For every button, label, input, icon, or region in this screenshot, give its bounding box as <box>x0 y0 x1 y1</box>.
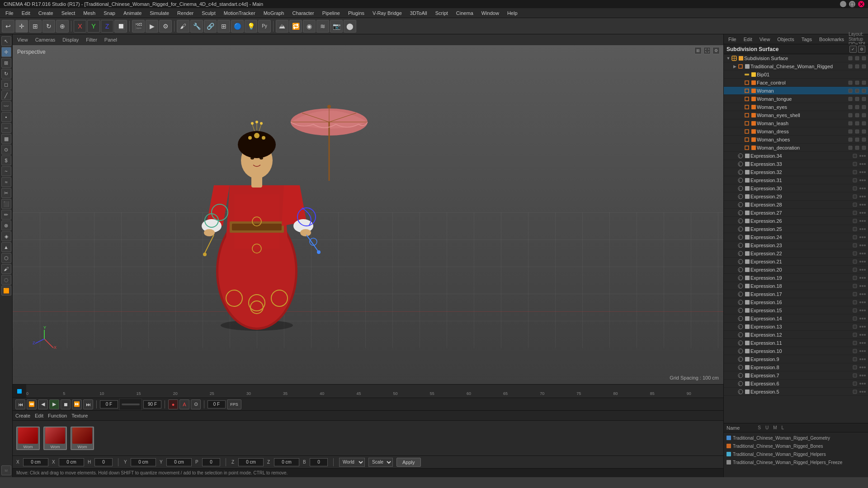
obj-tree-row[interactable]: ∫Expression.26 <box>724 217 868 225</box>
menu-item-script[interactable]: Script <box>432 9 452 17</box>
name-list-row[interactable]: Traditional_Chinese_Woman_Rigged_Geometr… <box>726 434 866 441</box>
x-axis-button[interactable]: X <box>74 20 86 33</box>
menu-item-render[interactable]: Render <box>174 9 197 17</box>
obj-ctrl-dot[interactable] <box>861 128 867 135</box>
obj-ctrl-dot[interactable] <box>861 80 867 86</box>
expr-ctrl[interactable] <box>852 250 858 257</box>
weld-btn[interactable]: ⊗ <box>1 221 11 230</box>
menu-item-character[interactable]: Character <box>288 9 317 17</box>
face-tool[interactable]: ▦ <box>1 134 11 144</box>
expr-ctrl[interactable] <box>852 202 858 208</box>
close-button[interactable]: ✕ <box>858 1 864 7</box>
obj-ctrl-dot[interactable] <box>861 88 867 94</box>
obj-tree-row[interactable]: Woman_shoes <box>724 136 868 144</box>
object-tree[interactable]: ▼Subdivision Surface▶Traditional_Chinese… <box>724 54 868 423</box>
vp-filter-menu[interactable]: Filter <box>83 36 99 43</box>
expr-ctrl[interactable] <box>852 169 858 175</box>
render-button[interactable]: 🎬 <box>132 20 145 33</box>
obj-tree-row[interactable]: ∫Expression.16 <box>724 298 868 306</box>
obj-ctrl-dot[interactable] <box>847 96 854 102</box>
material-item-1[interactable]: Wom <box>43 427 67 450</box>
prev-frame-btn[interactable]: ⏪ <box>27 399 37 409</box>
expr-ctrl[interactable] <box>852 324 858 330</box>
obj-tree-row[interactable]: ∫Expression.32 <box>724 168 868 176</box>
viewport[interactable]: Perspective ⊞ ⛶ ⚙ X Y Z <box>13 45 723 384</box>
obj-tree-row[interactable]: Woman_dress <box>724 127 868 136</box>
rotate-left-tool[interactable]: ↻ <box>1 69 11 79</box>
first-frame-btn[interactable]: ⏮ <box>15 399 25 409</box>
expr-ctrl[interactable] <box>852 218 858 224</box>
obj-tree-row[interactable]: Woman_eyes <box>724 103 868 111</box>
obj-tree-row[interactable]: ∫Expression.14 <box>724 314 868 323</box>
expr-ctrl[interactable] <box>852 210 858 216</box>
obj-ctrl-dot[interactable] <box>854 80 860 86</box>
deformer-button[interactable]: ≋ <box>316 20 329 33</box>
rp-view-menu[interactable]: View <box>757 36 773 43</box>
obj-ctrl-dot[interactable] <box>847 112 854 118</box>
play-reverse-btn[interactable]: ◀ <box>38 399 48 409</box>
obj-tree-row[interactable]: ∫Expression.34 <box>724 152 868 160</box>
obj-ctrl-dot[interactable] <box>854 71 860 78</box>
y-axis-button[interactable]: Y <box>87 20 100 33</box>
extrude-btn[interactable]: ▲ <box>1 242 11 252</box>
menu-item-create[interactable]: Create <box>35 9 57 17</box>
rp-objects-menu[interactable]: Objects <box>774 36 797 43</box>
frame-slider[interactable] <box>119 399 142 410</box>
snap-button[interactable]: 🔗 <box>204 20 217 33</box>
mat-texture-menu[interactable]: Texture <box>71 413 88 418</box>
vp-cameras-menu[interactable]: Cameras <box>33 36 58 43</box>
menu-item-snap[interactable]: Snap <box>100 9 119 17</box>
key-btn[interactable]: ⊙ <box>191 399 201 409</box>
expr-ctrl[interactable] <box>852 185 858 192</box>
menu-item-v-ray-bridge[interactable]: V-Ray Bridge <box>369 9 406 17</box>
obj-tree-row[interactable]: ∫Expression.10 <box>724 347 868 355</box>
terrain-button[interactable]: ⛰ <box>276 20 288 33</box>
expr-ctrl[interactable] <box>852 291 858 297</box>
sphere-button[interactable]: ⬤ <box>344 20 356 33</box>
menu-item-animate[interactable]: Animate <box>120 9 145 17</box>
obj-ctrl-dot[interactable] <box>847 128 854 135</box>
obj-tree-row[interactable]: ∫Expression.13 <box>724 323 868 331</box>
obj-tree-arrow[interactable]: ▼ <box>726 56 731 61</box>
obj-header-check-btn[interactable]: ✓ <box>849 46 857 53</box>
last-frame-btn[interactable]: ⏭ <box>83 399 93 409</box>
obj-header-settings-btn[interactable]: ⚙ <box>858 46 865 53</box>
obj-tree-row[interactable]: Woman_tongue <box>724 95 868 103</box>
move-tool-button[interactable]: ✛ <box>15 20 28 33</box>
obj-ctrl-dot[interactable] <box>861 55 867 61</box>
obj-ctrl-dot[interactable] <box>861 112 867 118</box>
obj-tree-row[interactable]: ∫Expression.11 <box>724 339 868 347</box>
end-frame-field[interactable] <box>143 400 161 408</box>
obj-ctrl-dot[interactable] <box>847 71 854 78</box>
obj-tree-row[interactable]: ∫Expression.17 <box>724 290 868 298</box>
mat-edit-menu[interactable]: Edit <box>35 413 43 418</box>
x-coord-field[interactable] <box>23 458 48 466</box>
b-coord-field[interactable] <box>310 458 328 466</box>
vp-panel-menu[interactable]: Panel <box>102 36 120 43</box>
smooth-btn[interactable]: ◌ <box>1 275 11 285</box>
tex-btn[interactable]: 🟧 <box>1 286 11 296</box>
scale-tool-button[interactable]: ⊞ <box>29 20 42 33</box>
maximize-button[interactable]: □ <box>849 1 855 7</box>
expr-ctrl[interactable] <box>852 364 858 371</box>
select-tool[interactable]: ↖ <box>1 36 11 46</box>
name-list-row[interactable]: Traditional_Chinese_Woman_Rigged_Helpers… <box>726 459 866 466</box>
expr-ctrl[interactable] <box>852 226 858 232</box>
render-settings-button[interactable]: ⚙ <box>159 20 172 33</box>
x2-coord-field[interactable] <box>59 458 84 466</box>
expr-ctrl[interactable] <box>852 283 858 289</box>
obj-tree-row[interactable]: ∫Expression.21 <box>724 258 868 266</box>
fps-btn[interactable]: FPS <box>227 399 241 409</box>
menu-item-sculpt[interactable]: Sculpt <box>198 9 219 17</box>
paint-left-btn[interactable]: 🖌 <box>1 264 11 274</box>
expr-ctrl[interactable] <box>852 332 858 338</box>
y2-coord-field[interactable] <box>166 458 192 466</box>
obj-tree-row[interactable]: ∫Expression.33 <box>724 160 868 168</box>
paint-tool-button[interactable]: 🖌 <box>177 20 189 33</box>
name-list-row[interactable]: Traditional_Chinese_Woman_Rigged_Bones <box>726 442 866 450</box>
menu-item-file[interactable]: File <box>2 9 17 17</box>
rotate-tool-button[interactable]: ↻ <box>42 20 55 33</box>
menu-item-mesh[interactable]: Mesh <box>80 9 99 17</box>
expr-ctrl[interactable] <box>852 372 858 379</box>
obj-tree-row[interactable]: ∫Expression.8 <box>724 363 868 371</box>
